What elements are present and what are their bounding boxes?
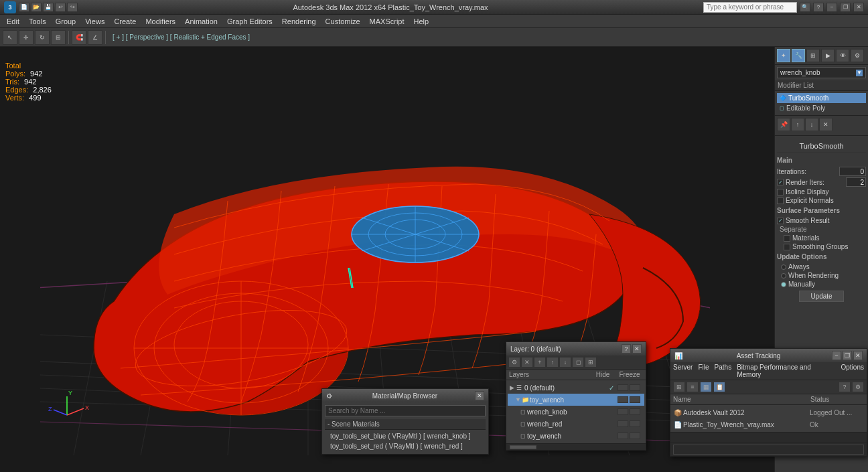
layer-scrollbar[interactable] [506, 443, 646, 450]
isoline-checkbox[interactable] [777, 189, 784, 195]
layer-scroll-thumb[interactable] [510, 445, 536, 449]
smoothing-groups-checkbox[interactable] [784, 244, 790, 250]
delete-mod-btn[interactable]: ✕ [819, 118, 833, 131]
utilities-panel-btn[interactable]: ⚙ [851, 49, 864, 62]
layer-add-btn[interactable]: + [534, 357, 546, 368]
asset-restore-btn[interactable]: ❐ [843, 351, 852, 360]
asset-btn-3[interactable]: ▦ [700, 382, 712, 392]
mat-item-2[interactable]: toy_tools_set_red ( VRayMtl ) [ wrench_r… [325, 441, 486, 451]
layer-hide-red[interactable] [618, 420, 628, 427]
asset-row-file[interactable]: 📄 Plastic_Toy_Wrench_vray.max Ok [672, 418, 865, 430]
object-name-field[interactable]: wrench_knob ▼ [777, 67, 866, 78]
search-btn[interactable]: 🔍 [800, 3, 810, 12]
scale-tool[interactable]: ⊞ [51, 30, 66, 45]
layer-hide-default[interactable] [618, 384, 628, 391]
menu-animation[interactable]: Animation [181, 16, 222, 27]
layer-freeze-default[interactable] [630, 384, 640, 391]
layer-row-default[interactable]: ▶ ☰ 0 (default) ✓ [508, 382, 644, 394]
layer-panel-question[interactable]: ? [622, 344, 631, 353]
undo-btn[interactable]: ↩ [55, 3, 66, 12]
minimize-btn[interactable]: − [826, 3, 837, 12]
pin-btn[interactable]: 📌 [777, 118, 790, 131]
move-down-btn[interactable]: ↓ [805, 118, 818, 131]
move-up-btn[interactable]: ↑ [791, 118, 804, 131]
close-btn[interactable]: ✕ [853, 3, 864, 12]
iterations-input[interactable] [839, 167, 866, 176]
menu-create[interactable]: Create [110, 16, 140, 27]
asset-menu-file[interactable]: File [698, 364, 709, 378]
layer-delete-btn[interactable]: ✕ [521, 357, 533, 368]
manually-radio[interactable] [781, 282, 786, 287]
mat-panel-header[interactable]: ⚙ Material/Map Browser ✕ [322, 389, 488, 402]
layer-panel-header[interactable]: Layer: 0 (default) ? ✕ [506, 342, 646, 356]
layer-freeze-child[interactable] [630, 432, 640, 439]
layer-select-btn[interactable]: ◻ [572, 357, 584, 368]
search-input[interactable] [703, 2, 797, 13]
layer-freeze-knob[interactable] [630, 408, 640, 415]
redo-btn[interactable]: ↪ [67, 3, 78, 12]
display-panel-btn[interactable]: 👁 [836, 49, 849, 62]
menu-modifiers[interactable]: Modifiers [141, 16, 179, 27]
menu-group[interactable]: Group [52, 16, 80, 27]
explicit-normals-checkbox[interactable] [777, 198, 784, 204]
open-file-btn[interactable]: 📂 [31, 3, 42, 12]
asset-help-btn[interactable]: ? [839, 382, 851, 392]
layer-row-wrench-red[interactable]: ◻ wrench_red [508, 418, 644, 430]
always-radio[interactable] [781, 264, 786, 270]
render-iters-input[interactable] [846, 177, 866, 187]
layer-row-toy-wrench-child[interactable]: ◻ toy_wrench [508, 430, 644, 442]
layer-freeze-red[interactable] [630, 420, 640, 427]
render-iters-checkbox[interactable] [777, 179, 784, 185]
layer-hide-knob[interactable] [618, 408, 628, 415]
asset-btn-2[interactable]: ≡ [686, 382, 699, 392]
smooth-result-checkbox[interactable] [777, 218, 784, 224]
layer-hide-child[interactable] [618, 432, 628, 439]
mat-search-input[interactable] [325, 405, 486, 416]
asset-btn-1[interactable]: ⊞ [673, 382, 685, 392]
asset-menu-server[interactable]: Server [673, 364, 693, 378]
modifier-turbosmooth[interactable]: 🔷 TurboSmooth [777, 93, 866, 103]
hierarchy-panel-btn[interactable]: ⊞ [806, 49, 820, 62]
menu-help[interactable]: Help [410, 16, 433, 27]
object-name-arrow[interactable]: ▼ [856, 70, 863, 76]
asset-scrollbar[interactable] [670, 432, 867, 443]
snap-toggle[interactable]: 🧲 [72, 30, 86, 45]
modifier-editable-poly[interactable]: ◻ Editable Poly [777, 103, 866, 113]
modify-panel-btn[interactable]: 🔧 [792, 49, 805, 62]
layer-down-btn[interactable]: ↓ [559, 357, 571, 368]
materials-checkbox[interactable] [784, 235, 790, 242]
mat-item-1[interactable]: toy_tools_set_blue ( VRayMtl ) [ wrench_… [325, 431, 486, 441]
select-tool[interactable]: ↖ [3, 30, 17, 45]
menu-rendering[interactable]: Rendering [278, 16, 320, 27]
layer-freeze-toy-wrench[interactable] [630, 396, 640, 403]
asset-settings-btn[interactable]: ⚙ [852, 382, 864, 392]
asset-close-btn[interactable]: ✕ [853, 351, 863, 360]
new-file-btn[interactable]: 📄 [19, 3, 29, 12]
update-button[interactable]: Update [799, 291, 843, 302]
move-tool[interactable]: ✛ [19, 30, 33, 45]
asset-menu-bitmap[interactable]: Bitmap Performance and Memory [737, 364, 835, 378]
layer-panel-close[interactable]: ✕ [632, 344, 642, 353]
menu-graph-editors[interactable]: Graph Editors [223, 16, 277, 27]
asset-minimize-btn[interactable]: − [832, 351, 841, 360]
asset-path-input[interactable] [673, 445, 864, 455]
restore-btn[interactable]: ❐ [840, 3, 851, 12]
menu-customize[interactable]: Customize [321, 16, 364, 27]
layer-hide-toy-wrench[interactable] [618, 396, 628, 403]
asset-panel-header[interactable]: 📊 Asset Tracking − ❐ ✕ [670, 349, 867, 362]
asset-btn-4[interactable]: 📋 [713, 382, 725, 392]
menu-maxscript[interactable]: MAXScript [366, 16, 409, 27]
angle-snap[interactable]: ∠ [88, 30, 102, 45]
asset-row-vault[interactable]: 📦 Autodesk Vault 2012 Logged Out ... [672, 406, 865, 418]
menu-views[interactable]: Views [81, 16, 108, 27]
layer-settings-btn[interactable]: ⚙ [508, 357, 520, 368]
mat-panel-close[interactable]: ✕ [475, 391, 484, 400]
rotate-tool[interactable]: ↻ [35, 30, 50, 45]
help-btn[interactable]: ? [813, 3, 824, 12]
layer-row-toy-wrench[interactable]: ▼ 📁 toy_wrench [508, 394, 644, 406]
when-rendering-radio[interactable] [781, 273, 786, 279]
layer-row-wrench-knob[interactable]: ◻ wrench_knob [508, 406, 644, 418]
menu-edit[interactable]: Edit [3, 16, 23, 27]
asset-menu-options[interactable]: Options [841, 364, 864, 378]
layer-merge-btn[interactable]: ⊞ [585, 357, 597, 368]
